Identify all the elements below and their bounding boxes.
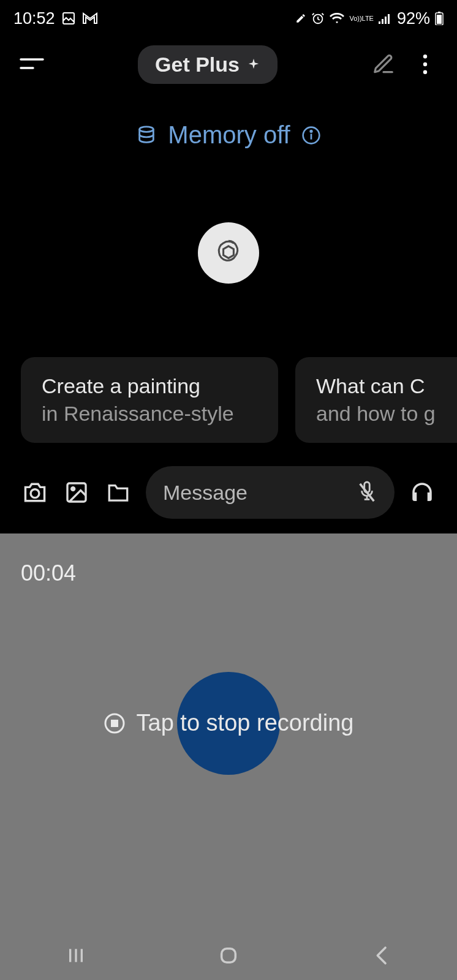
logo-wrap	[0, 161, 457, 320]
svg-rect-4	[385, 17, 387, 24]
svg-point-12	[423, 62, 427, 66]
memory-off-banner[interactable]: Memory off	[0, 92, 457, 161]
svg-rect-3	[382, 19, 383, 24]
gallery-icon	[61, 11, 76, 26]
svg-point-11	[423, 55, 427, 58]
status-right: Vo)) LTE 92%	[295, 9, 444, 28]
status-bar: 10:52 Vo)) LTE 92%	[0, 0, 457, 37]
info-icon[interactable]	[301, 126, 321, 145]
openai-logo	[198, 222, 259, 284]
suggestion-card[interactable]: What can C and how to g	[295, 357, 457, 443]
alarm-icon	[311, 12, 325, 25]
volte-icon: Vo)) LTE	[349, 15, 374, 22]
folder-button[interactable]	[104, 478, 132, 507]
svg-rect-2	[379, 21, 380, 24]
stop-icon	[104, 712, 126, 734]
database-icon	[136, 125, 157, 146]
get-plus-label: Get Plus	[155, 53, 240, 77]
suggestion-subtitle: in Renaissance-style	[42, 402, 257, 426]
suggestion-card[interactable]: Create a painting in Renaissance-style	[21, 357, 278, 443]
input-bar: Message	[0, 443, 457, 533]
recording-timer: 00:04	[0, 533, 457, 613]
svg-rect-5	[388, 14, 390, 24]
android-nav-bar	[0, 931, 457, 980]
get-plus-button[interactable]: Get Plus	[138, 45, 278, 84]
svg-rect-8	[438, 12, 440, 13]
svg-point-18	[31, 489, 39, 498]
suggestion-title: What can C	[316, 374, 457, 398]
headphones-button[interactable]	[408, 478, 436, 507]
sparkle-icon	[247, 58, 260, 71]
status-time: 10:52	[13, 9, 55, 28]
svg-point-14	[140, 126, 154, 132]
suggestion-subtitle: and how to g	[316, 402, 457, 426]
back-button[interactable]	[344, 940, 418, 971]
svg-rect-28	[222, 949, 236, 963]
home-button[interactable]	[192, 940, 265, 971]
camera-button[interactable]	[21, 478, 49, 507]
svg-point-17	[310, 130, 312, 132]
mic-muted-icon[interactable]	[357, 480, 377, 505]
suggestion-row[interactable]: Create a painting in Renaissance-style W…	[0, 320, 457, 443]
pencil-icon	[295, 13, 306, 24]
suggestion-title: Create a painting	[42, 374, 257, 398]
wifi-icon	[330, 12, 344, 24]
memory-off-label: Memory off	[168, 121, 290, 149]
new-chat-button[interactable]	[369, 50, 398, 79]
signal-icon	[379, 13, 392, 24]
message-placeholder: Message	[163, 481, 344, 505]
image-button[interactable]	[62, 478, 91, 507]
app-header: Get Plus	[0, 37, 457, 92]
recording-label: Tap to stop recording	[137, 710, 354, 736]
gmail-icon	[82, 12, 98, 24]
message-input[interactable]: Message	[146, 466, 395, 519]
svg-point-20	[72, 488, 75, 491]
svg-rect-24	[111, 720, 117, 726]
svg-point-13	[423, 70, 427, 74]
recording-center[interactable]: Tap to stop recording	[0, 613, 457, 931]
recents-button[interactable]	[39, 940, 113, 971]
menu-button[interactable]	[17, 50, 47, 79]
svg-rect-7	[437, 15, 442, 24]
recording-panel: 00:04 Tap to stop recording	[0, 533, 457, 980]
battery-icon	[435, 12, 444, 25]
battery-percent: 92%	[397, 9, 430, 28]
status-left: 10:52	[13, 9, 98, 28]
more-options-button[interactable]	[410, 50, 440, 79]
